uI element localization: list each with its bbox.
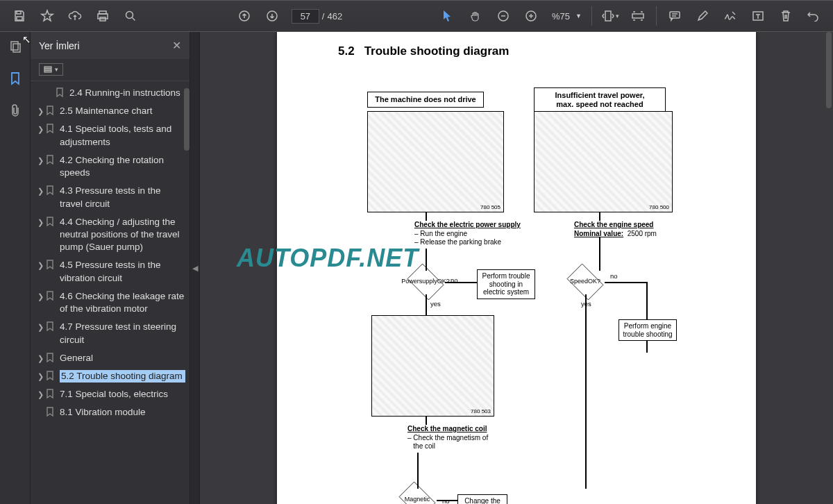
bookmark-item[interactable]: ❯4.7 Pressure test in steering circuit xyxy=(36,318,190,348)
bookmark-icon xyxy=(46,185,56,195)
scrollbar-thumb[interactable] xyxy=(184,88,190,151)
bookmark-label: 4.3 Pressure tests in the travel circuit xyxy=(60,185,185,210)
signature-icon[interactable] xyxy=(718,3,743,28)
svg-rect-17 xyxy=(13,44,20,52)
bookmark-icon xyxy=(46,291,56,301)
close-icon[interactable]: ✕ xyxy=(172,39,181,52)
document-viewer[interactable]: 5.2Trouble shooting diagram AUTOPDF.NET … xyxy=(200,32,833,504)
chevron-right-icon[interactable]: ❯ xyxy=(37,186,46,196)
bookmarks-panel-icon[interactable] xyxy=(3,69,28,87)
zoom-dropdown[interactable]: %75▼ xyxy=(550,11,582,22)
zoom-out-icon[interactable] xyxy=(491,3,516,28)
chevron-right-icon[interactable]: ❯ xyxy=(37,156,46,166)
svg-rect-4 xyxy=(98,14,108,19)
svg-rect-13 xyxy=(632,14,643,18)
svg-point-6 xyxy=(126,12,133,19)
bookmark-icon xyxy=(46,353,56,362)
page-current-input[interactable] xyxy=(292,9,319,24)
bookmark-item[interactable]: ❯4.5 Pressure tests in the vibration cir… xyxy=(36,256,190,287)
delete-icon[interactable] xyxy=(773,3,798,28)
bookmark-item[interactable]: ❯4.1 Special tools, tests and adjustment… xyxy=(36,120,190,151)
bookmark-label: 8.1 Vibration module xyxy=(60,406,185,419)
chevron-right-icon[interactable]: ❯ xyxy=(37,106,46,117)
bookmark-label: 7.1 Special tools, electrics xyxy=(60,388,185,401)
select-tool-icon[interactable] xyxy=(435,3,460,28)
bookmark-label: 4.6 Checking the leakage rate of the vib… xyxy=(60,290,185,315)
flowchart-title-box: Insufficient travel power,max. speed not… xyxy=(534,87,666,112)
bookmarks-sidebar: Yer İmleri ✕ ▾ 2.4 Running-in instructio… xyxy=(31,32,190,504)
pdf-page: 5.2Trouble shooting diagram AUTOPDF.NET … xyxy=(277,32,756,504)
flowchart-process: Perform troubleshooting inelectric syste… xyxy=(477,269,535,299)
bookmark-item[interactable]: 2.4 Running-in instructions xyxy=(36,84,190,102)
bookmark-icon xyxy=(46,155,56,165)
svg-rect-16 xyxy=(11,42,18,50)
attachments-panel-icon[interactable] xyxy=(3,101,28,119)
bookmark-item[interactable]: ❯2.5 Maintenance chart xyxy=(36,102,190,120)
chevron-right-icon[interactable]: ❯ xyxy=(37,353,46,364)
fit-page-icon[interactable]: ▾ xyxy=(598,3,623,28)
save-icon[interactable] xyxy=(7,3,32,28)
zoom-search-icon[interactable] xyxy=(118,3,143,28)
zoom-in-icon[interactable] xyxy=(519,3,544,28)
bookmark-item[interactable]: ❯4.3 Pressure tests in the travel circui… xyxy=(36,182,190,212)
caret-down-icon: ▼ xyxy=(575,12,582,19)
bookmark-item[interactable]: ❯5.2 Trouble shooting diagram xyxy=(36,367,190,385)
bookmark-item[interactable]: ❯4.6 Checking the leakage rate of the vi… xyxy=(36,287,190,318)
sidebar-title: Yer İmleri xyxy=(39,40,80,51)
flowchart-decision: PowersupplyOK? xyxy=(406,268,445,296)
bookmark-label: General xyxy=(60,352,185,364)
bookmark-icon xyxy=(46,389,56,398)
svg-rect-14 xyxy=(670,12,680,18)
bookmark-icon xyxy=(56,87,65,97)
page-down-icon[interactable] xyxy=(260,3,285,28)
flowchart-process: Perform enginetrouble shooting xyxy=(619,319,677,341)
chevron-right-icon[interactable]: ❯ xyxy=(37,371,46,382)
chevron-right-icon[interactable]: ❯ xyxy=(37,292,46,302)
bookmark-options-button[interactable]: ▾ xyxy=(39,63,63,76)
caret-down-icon: ▾ xyxy=(616,12,619,19)
pages-panel-icon[interactable] xyxy=(3,37,28,56)
bookmark-icon xyxy=(46,407,56,417)
page-up-icon[interactable] xyxy=(232,3,257,28)
main-toolbar: / 462 %75▼ ▾ xyxy=(0,0,833,32)
flowchart-note: Check the magnetic coil– Check the magne… xyxy=(407,425,512,451)
bookmark-icon xyxy=(46,371,56,380)
chevron-right-icon[interactable]: ❯ xyxy=(37,260,46,271)
bookmark-item[interactable]: ❯4.2 Checking the rotation speeds xyxy=(36,151,190,182)
flowchart-diagram: The machine does not drive Insufficient … xyxy=(296,71,737,504)
bookmark-icon xyxy=(46,217,56,226)
bookmark-icon xyxy=(46,260,56,269)
flowchart-note: Check the engine speedNominal value: 250… xyxy=(574,221,685,238)
bookmark-item[interactable]: ❯General xyxy=(36,349,190,367)
undo-icon[interactable] xyxy=(801,3,826,28)
sidebar-collapse-handle[interactable]: ◀ xyxy=(190,32,200,504)
star-icon[interactable] xyxy=(35,3,60,28)
bookmark-item[interactable]: ❯4.4 Checking / adjusting the neutral po… xyxy=(36,213,190,257)
bookmark-item[interactable]: 8.1 Vibration module xyxy=(36,403,190,421)
hand-tool-icon[interactable] xyxy=(463,3,488,28)
print-icon[interactable] xyxy=(90,3,115,28)
diagram-image xyxy=(534,111,673,212)
fit-width-icon[interactable] xyxy=(625,3,650,28)
bookmark-item[interactable]: ❯7.1 Special tools, electrics xyxy=(36,385,190,403)
chevron-right-icon[interactable]: ❯ xyxy=(37,124,46,135)
chevron-right-icon[interactable]: ❯ xyxy=(37,322,46,333)
bookmark-icon xyxy=(46,321,56,331)
diagram-image xyxy=(371,315,494,417)
highlight-icon[interactable] xyxy=(690,3,715,28)
diagram-image xyxy=(367,111,504,212)
svg-rect-1 xyxy=(17,17,22,20)
viewer-scrollbar-thumb[interactable] xyxy=(826,32,832,108)
svg-rect-0 xyxy=(17,11,21,14)
flowchart-label: no xyxy=(610,272,618,280)
bookmark-label: 2.5 Maintenance chart xyxy=(60,105,185,117)
svg-rect-18 xyxy=(44,67,51,68)
chevron-right-icon[interactable]: ❯ xyxy=(37,389,46,400)
comment-icon[interactable] xyxy=(662,3,687,28)
svg-rect-20 xyxy=(44,71,51,72)
bookmark-icon xyxy=(46,124,56,133)
cloud-upload-icon[interactable] xyxy=(62,3,87,28)
text-select-icon[interactable] xyxy=(746,3,771,28)
bookmark-list[interactable]: 2.4 Running-in instructions❯2.5 Maintena… xyxy=(31,81,190,504)
chevron-right-icon[interactable]: ❯ xyxy=(37,217,46,228)
